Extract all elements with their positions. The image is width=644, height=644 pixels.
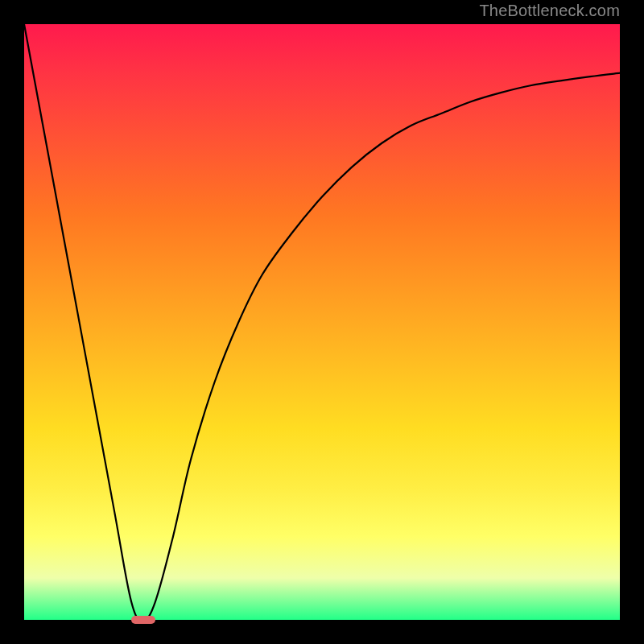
watermark-text: TheBottleneck.com [479, 2, 620, 20]
curve-path [24, 24, 620, 620]
chart-frame: TheBottleneck.com [0, 0, 644, 644]
optimal-marker [131, 616, 155, 624]
bottleneck-curve [24, 24, 620, 620]
plot-area [24, 24, 620, 620]
